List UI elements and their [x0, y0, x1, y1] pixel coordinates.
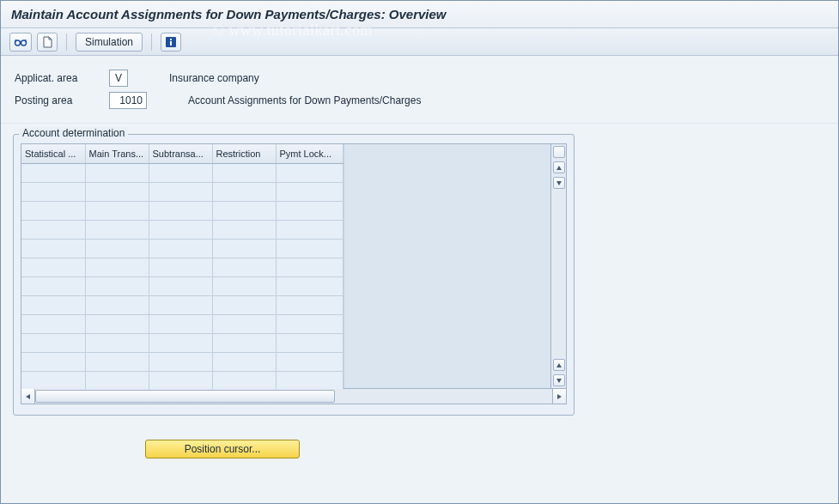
display-details-button[interactable] — [9, 33, 32, 52]
table-cell[interactable] — [85, 314, 149, 333]
table-cell[interactable] — [212, 258, 276, 276]
table-cell[interactable] — [149, 371, 212, 390]
table-cell[interactable] — [212, 201, 276, 220]
table-cell[interactable] — [276, 276, 343, 295]
table-cell[interactable] — [212, 314, 276, 333]
horizontal-scrollbar[interactable] — [21, 389, 567, 404]
table-cell[interactable] — [276, 258, 343, 276]
table-row[interactable] — [21, 182, 343, 201]
simulation-button[interactable]: Simulation — [76, 33, 143, 52]
col-subtransa[interactable]: Subtransa... — [149, 144, 212, 163]
table-row[interactable] — [21, 220, 343, 239]
table-cell[interactable] — [212, 371, 276, 390]
col-main-trans[interactable]: Main Trans... — [85, 144, 149, 163]
table-cell[interactable] — [212, 276, 276, 295]
table-row[interactable] — [21, 333, 343, 352]
table-row[interactable] — [21, 314, 343, 333]
table-cell[interactable] — [212, 352, 276, 371]
table-cell[interactable] — [149, 258, 212, 276]
table-cell[interactable] — [276, 352, 343, 371]
chevron-down-icon — [556, 379, 562, 383]
scroll-down-button[interactable] — [553, 177, 565, 189]
table-cell[interactable] — [85, 333, 149, 352]
table-cell[interactable] — [149, 163, 212, 182]
table-cell[interactable] — [276, 182, 343, 201]
horizontal-scroll-track[interactable] — [35, 389, 552, 404]
col-pymt-lock[interactable]: Pymt Lock... — [276, 144, 343, 163]
table-cell[interactable] — [212, 239, 276, 258]
table-row[interactable] — [21, 352, 343, 371]
table-cell[interactable] — [149, 182, 212, 201]
scroll-up-button[interactable] — [553, 161, 565, 173]
applicat-area-field[interactable] — [109, 70, 128, 87]
horizontal-scroll-thumb[interactable] — [35, 390, 335, 403]
create-button[interactable] — [37, 33, 58, 52]
vertical-scrollbar[interactable] — [550, 144, 566, 388]
table-cell[interactable] — [276, 220, 343, 239]
table-cell[interactable] — [85, 220, 149, 239]
table-cell[interactable] — [21, 371, 85, 390]
col-restriction[interactable]: Restriction — [212, 144, 276, 163]
table-row[interactable] — [21, 163, 343, 182]
posting-area-field[interactable] — [109, 92, 147, 109]
table-cell[interactable] — [212, 182, 276, 201]
table-cell[interactable] — [85, 295, 149, 314]
table-cell[interactable] — [21, 182, 85, 201]
col-statistical[interactable]: Statistical ... — [21, 144, 85, 163]
table-cell[interactable] — [276, 314, 343, 333]
table-cell[interactable] — [149, 295, 212, 314]
table-cell[interactable] — [276, 295, 343, 314]
table-cell[interactable] — [21, 220, 85, 239]
table-cell[interactable] — [21, 295, 85, 314]
table-cell[interactable] — [21, 258, 85, 276]
table-row[interactable] — [21, 201, 343, 220]
table-cell[interactable] — [85, 239, 149, 258]
table-cell[interactable] — [85, 276, 149, 295]
table-cell[interactable] — [212, 220, 276, 239]
position-cursor-button[interactable]: Position cursor... — [145, 440, 300, 458]
scroll-up-button-bottom[interactable] — [553, 359, 565, 371]
table-cell[interactable] — [85, 352, 149, 371]
table-row[interactable] — [21, 239, 343, 258]
table-row[interactable] — [21, 371, 343, 390]
table-cell[interactable] — [21, 201, 85, 220]
table-cell[interactable] — [21, 163, 85, 182]
table-cell[interactable] — [85, 201, 149, 220]
table-cell[interactable] — [276, 163, 343, 182]
table-cell[interactable] — [85, 182, 149, 201]
table-cell[interactable] — [149, 276, 212, 295]
table-cell[interactable] — [212, 163, 276, 182]
table-cell[interactable] — [212, 333, 276, 352]
table-cell[interactable] — [149, 220, 212, 239]
table-cell[interactable] — [212, 295, 276, 314]
table-cell[interactable] — [21, 239, 85, 258]
table-cell[interactable] — [276, 333, 343, 352]
scroll-down-button-bottom[interactable] — [553, 374, 565, 386]
table-cell[interactable] — [276, 201, 343, 220]
table-cell[interactable] — [85, 371, 149, 390]
svg-point-1 — [21, 40, 27, 46]
info-button[interactable] — [161, 33, 181, 52]
table-cell[interactable] — [149, 352, 212, 371]
table-cell[interactable] — [21, 314, 85, 333]
table-cell[interactable] — [276, 239, 343, 258]
table-row[interactable] — [21, 295, 343, 314]
table-cell[interactable] — [149, 201, 212, 220]
table-cell[interactable] — [149, 239, 212, 258]
table-row[interactable] — [21, 258, 343, 276]
table-cell[interactable] — [85, 258, 149, 276]
scroll-right-button[interactable] — [552, 389, 566, 404]
account-determination-table[interactable]: Statistical ... Main Trans... Subtransa.… — [21, 144, 344, 388]
table-cell[interactable] — [21, 333, 85, 352]
table-row[interactable] — [21, 276, 343, 295]
table-cell[interactable] — [149, 314, 212, 333]
table-cell[interactable] — [21, 352, 85, 371]
page-title: Maintain Account Assignments for Down Pa… — [11, 7, 447, 21]
table-cell[interactable] — [21, 276, 85, 295]
table-cell[interactable] — [85, 163, 149, 182]
table-cell[interactable] — [276, 371, 343, 390]
scroll-left-button[interactable] — [21, 389, 35, 404]
content-area: Applicat. area Insurance company Posting… — [1, 56, 838, 503]
table-cell[interactable] — [149, 333, 212, 352]
header-form: Applicat. area Insurance company Posting… — [1, 56, 838, 124]
